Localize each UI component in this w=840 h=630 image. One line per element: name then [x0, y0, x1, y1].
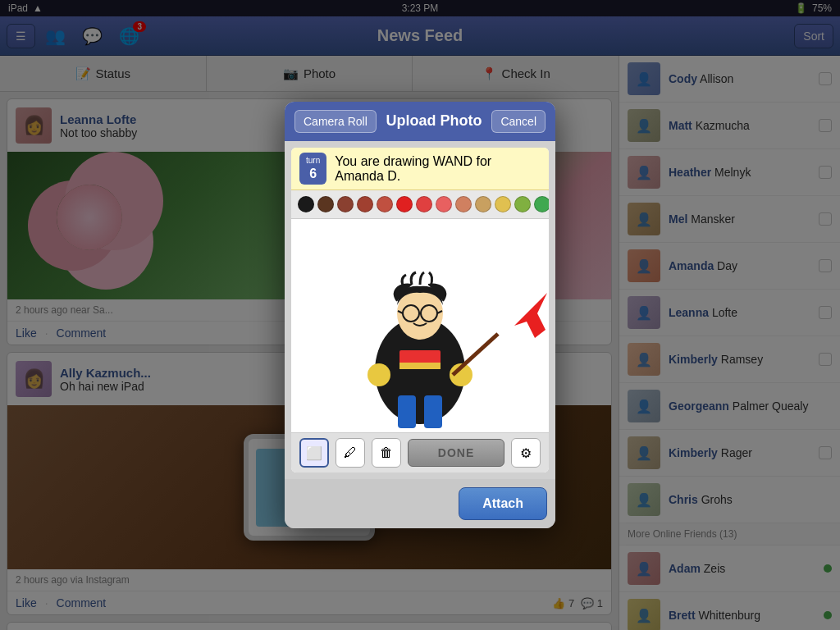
upload-modal: Camera Roll Upload Photo Cancel turn 6 Y… — [285, 102, 555, 528]
attach-area: Attach — [285, 479, 555, 528]
color-palette: + — [291, 190, 549, 219]
attach-button[interactable]: Attach — [459, 487, 547, 520]
color-green[interactable] — [514, 196, 531, 212]
eraser-icon: ⬜ — [306, 445, 322, 461]
color-yellow[interactable] — [495, 196, 511, 212]
svg-point-2 — [368, 363, 390, 386]
color-black[interactable] — [298, 196, 314, 212]
color-darkbrown[interactable] — [317, 196, 334, 212]
svg-rect-7 — [398, 395, 416, 428]
turn-badge: turn 6 — [299, 153, 326, 185]
turn-text: You are drawing WAND for Amanda D. — [335, 154, 541, 184]
brush-icon: 🖊 — [344, 445, 357, 460]
color-brown[interactable] — [337, 196, 354, 212]
color-darkgreen[interactable] — [534, 196, 549, 212]
color-red2[interactable] — [396, 196, 413, 212]
color-lightred[interactable] — [436, 196, 452, 212]
done-button[interactable]: DONE — [408, 439, 504, 467]
brush-tool[interactable]: 🖊 — [336, 438, 365, 468]
trash-icon: 🗑 — [380, 445, 393, 460]
gear-icon: ⚙ — [520, 445, 532, 461]
color-reddish[interactable] — [357, 196, 373, 212]
modal-overlay[interactable]: Camera Roll Upload Photo Cancel turn 6 Y… — [0, 0, 840, 630]
drawing-canvas[interactable] — [291, 219, 549, 432]
color-tan[interactable] — [475, 196, 491, 212]
svg-rect-8 — [424, 395, 442, 428]
eraser-tool[interactable]: ⬜ — [299, 438, 329, 468]
trash-tool[interactable]: 🗑 — [372, 438, 401, 468]
drawing-toolbar: ⬜ 🖊 🗑 DONE ⚙ — [291, 432, 549, 472]
svg-rect-5 — [399, 363, 441, 369]
modal-header: Camera Roll Upload Photo Cancel — [285, 102, 555, 141]
color-salmon[interactable] — [455, 196, 472, 212]
camera-roll-button[interactable]: Camera Roll — [294, 110, 377, 133]
color-red3[interactable] — [416, 196, 432, 212]
drawing-svg — [291, 219, 549, 432]
modal-title: Upload Photo — [383, 112, 486, 130]
turn-banner: turn 6 You are drawing WAND for Amanda D… — [291, 148, 549, 190]
turn-number: 6 — [306, 166, 320, 181]
turn-label: turn — [306, 156, 320, 166]
cancel-button[interactable]: Cancel — [491, 110, 546, 133]
drawing-container: turn 6 You are drawing WAND for Amanda D… — [291, 148, 549, 472]
color-red1[interactable] — [377, 196, 393, 212]
settings-tool[interactable]: ⚙ — [511, 438, 541, 468]
svg-rect-6 — [399, 369, 441, 375]
